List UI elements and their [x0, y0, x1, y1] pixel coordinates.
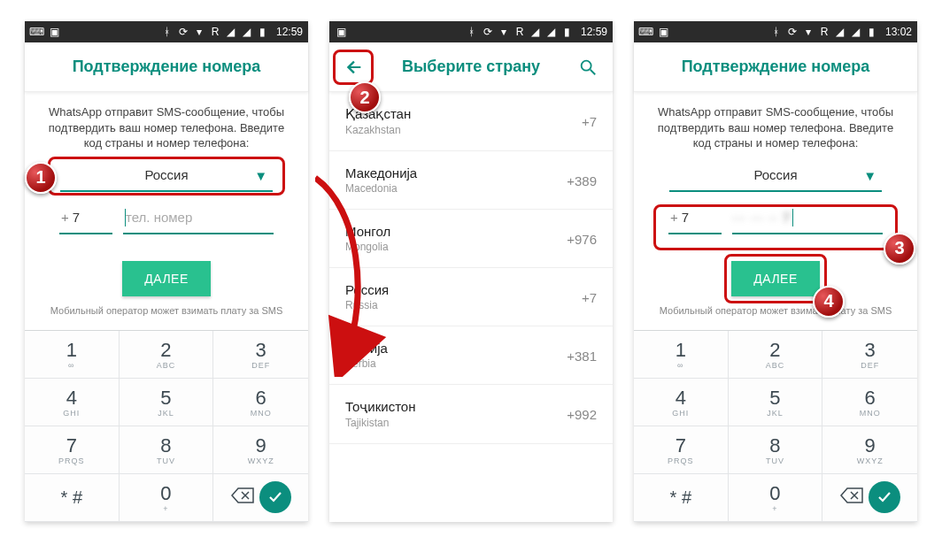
key-symbols[interactable]: * #	[25, 474, 120, 522]
keyboard-icon: ⌨	[30, 26, 42, 38]
battery-icon: ▮	[257, 26, 269, 38]
key-3[interactable]: 3DEF	[213, 331, 308, 379]
key-symbols[interactable]: * #	[634, 474, 729, 522]
country-item-mongolia[interactable]: Монгол Mongolia +976	[329, 210, 613, 268]
key-6[interactable]: 6MNO	[213, 379, 308, 426]
key-7[interactable]: 7PRQS	[634, 426, 729, 474]
image-icon: ▣	[657, 26, 669, 38]
page-title: Подтверждение номера	[682, 58, 870, 76]
key-5[interactable]: 5JKL	[120, 379, 214, 426]
app-header: Подтверждение номера	[634, 42, 917, 92]
accept-icon[interactable]	[869, 481, 900, 513]
accept-icon[interactable]	[259, 481, 291, 513]
country-item-macedonia[interactable]: Македонија Macedonia +389	[329, 151, 613, 210]
bluetooth-icon: ᚼ	[161, 26, 174, 38]
country-code-input[interactable]: + 7	[59, 203, 112, 234]
signal-icon: ◢	[225, 26, 237, 38]
app-header: Выберите страну 2	[329, 42, 613, 92]
phone-input-row: + 7 ··· ··· ·· 7	[648, 203, 903, 234]
status-bar: ⌨ ▣ ᚼ ⟳ ▾ R ◢ ◢ ▮ 12:59	[25, 21, 308, 42]
key-0[interactable]: 0+	[120, 474, 214, 522]
key-0[interactable]: 0+	[729, 474, 823, 522]
body: WhatsApp отправит SMS-сообщение, чтобы п…	[25, 92, 308, 330]
signal-icon: ◢	[834, 26, 846, 38]
step-badge-3: 3	[884, 233, 915, 265]
data-icon: R	[513, 26, 526, 38]
page-title: Выберите страну	[402, 58, 540, 76]
svg-point-0	[582, 61, 591, 71]
country-item-serbia[interactable]: Србија Serbia +381	[329, 326, 613, 385]
keyboard-icon: ⌨	[639, 26, 652, 38]
country-label: Россия	[144, 167, 188, 182]
key-8[interactable]: 8TUV	[120, 426, 214, 474]
bluetooth-icon: ᚼ	[770, 26, 783, 38]
step-badge-4: 4	[813, 286, 845, 318]
signal-icon: ◢	[545, 26, 558, 38]
key-8[interactable]: 8TUV	[729, 426, 823, 474]
phone-number-input[interactable]: ··· ··· ·· 7	[732, 203, 883, 234]
step-badge-2: 2	[349, 81, 381, 113]
body: WhatsApp отправит SMS-сообщение, чтобы п…	[634, 92, 917, 330]
key-7[interactable]: 7PRQS	[25, 426, 120, 474]
signal-icon: ◢	[241, 26, 253, 38]
plus-sign: +	[59, 210, 73, 225]
battery-icon: ▮	[866, 26, 878, 38]
backspace-icon[interactable]	[840, 487, 863, 507]
bluetooth-icon: ᚼ	[466, 26, 478, 38]
search-button[interactable]	[563, 42, 613, 92]
next-button[interactable]: ДАЛЕЕ	[122, 261, 211, 296]
description-text: WhatsApp отправит SMS-сообщение, чтобы п…	[39, 104, 294, 151]
page-title: Подтверждение номера	[73, 58, 261, 76]
country-item-tajikistan[interactable]: Тоҷикистон Tajikistan +992	[329, 385, 613, 444]
phone-placeholder: тел. номер	[126, 210, 192, 225]
clock: 13:02	[885, 26, 912, 38]
country-list[interactable]: Қазақстан Kazakhstan +7 Македонија Maced…	[329, 92, 613, 522]
svg-line-1	[591, 70, 596, 75]
wifi-icon: ▾	[498, 26, 510, 38]
wifi-icon: ▾	[802, 26, 815, 38]
key-1[interactable]: 1∞	[634, 331, 729, 379]
country-selector[interactable]: Россия ▼	[669, 160, 882, 192]
key-actions[interactable]	[822, 474, 917, 522]
key-9[interactable]: 9WXYZ	[822, 426, 917, 474]
wifi-icon: ▾	[193, 26, 205, 38]
step-badge-1: 1	[25, 162, 57, 194]
code-value: 7	[73, 210, 80, 225]
phone-confirm-filled: ⌨ ▣ ᚼ ⟳ ▾ R ◢ ◢ ▮ 13:02 Подтверждение но…	[634, 21, 917, 522]
numeric-keypad: 1∞ 2ABC 3DEF 4GHI 5JKL 6MNO 7PRQS 8TUV 9…	[634, 330, 917, 522]
code-value: 7	[682, 210, 689, 225]
status-bar: ⌨ ▣ ᚼ ⟳ ▾ R ◢ ◢ ▮ 13:02	[634, 21, 917, 42]
caret-down-icon: ▼	[254, 167, 267, 182]
key-4[interactable]: 4GHI	[25, 379, 120, 426]
carrier-note: Мобильный оператор может взимать плату з…	[39, 305, 294, 316]
country-label: Россия	[753, 167, 797, 182]
sync-icon: ⟳	[177, 26, 189, 38]
key-2[interactable]: 2ABC	[120, 331, 214, 379]
key-9[interactable]: 9WXYZ	[213, 426, 308, 474]
key-1[interactable]: 1∞	[25, 331, 120, 379]
description-text: WhatsApp отправит SMS-сообщение, чтобы п…	[648, 104, 903, 151]
clock: 12:59	[581, 26, 607, 38]
image-icon: ▣	[335, 26, 347, 38]
backspace-icon[interactable]	[231, 487, 254, 507]
country-code-input[interactable]: + 7	[668, 203, 722, 234]
country-selector[interactable]: Россия ▼	[60, 160, 273, 192]
key-3[interactable]: 3DEF	[822, 331, 917, 379]
app-header: Подтверждение номера	[25, 42, 308, 92]
key-actions[interactable]	[213, 474, 308, 522]
data-icon: R	[818, 26, 830, 38]
phone-country-picker: ▣ ᚼ ⟳ ▾ R ◢ ◢ ▮ 12:59 Выберите страну 2 …	[329, 21, 613, 522]
key-4[interactable]: 4GHI	[634, 379, 729, 426]
phone-confirm-empty: ⌨ ▣ ᚼ ⟳ ▾ R ◢ ◢ ▮ 12:59 Подтверждение но…	[25, 21, 308, 522]
text-caret	[792, 209, 793, 226]
key-2[interactable]: 2ABC	[729, 331, 823, 379]
next-button[interactable]: ДАЛЕЕ	[731, 261, 820, 296]
phone-number-input[interactable]: тел. номер	[123, 203, 274, 234]
carrier-note: Мобильный оператор может взимать плату з…	[648, 305, 903, 316]
numeric-keypad: 1∞ 2ABC 3DEF 4GHI 5JKL 6MNO 7PRQS 8TUV 9…	[25, 330, 308, 522]
battery-icon: ▮	[561, 26, 574, 38]
key-6[interactable]: 6MNO	[822, 379, 917, 426]
key-5[interactable]: 5JKL	[729, 379, 823, 426]
image-icon: ▣	[48, 26, 60, 38]
country-item-russia[interactable]: Россия Russia +7	[329, 268, 613, 326]
